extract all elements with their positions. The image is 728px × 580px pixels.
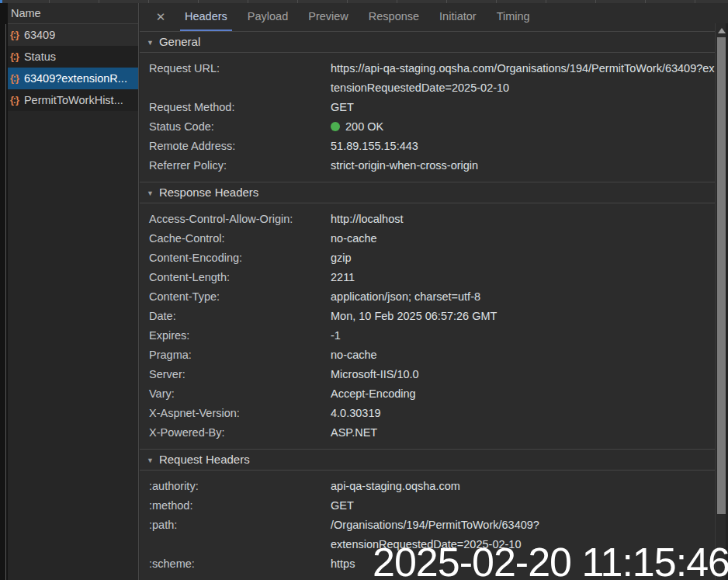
header-value: Microsoft-IIS/10.0 — [331, 365, 716, 384]
header-row: Access-Control-Allow-Origin:http://local… — [140, 210, 716, 229]
devtools-network-panel: Name {:}63409{:}Status{:}63409?extension… — [0, 0, 728, 580]
json-braces-icon: {:} — [10, 73, 19, 84]
value-text: 4.0.30319 — [331, 407, 381, 419]
header-row: Remote Address:51.89.155.15:443 — [140, 137, 716, 156]
header-key: Server: — [149, 365, 331, 384]
header-row: Pragma:no-cache — [140, 346, 716, 365]
value-text: GET — [331, 499, 354, 512]
header-key: Remote Address: — [149, 137, 331, 156]
header-key: Content-Encoding: — [149, 248, 331, 268]
header-key: Request URL: — [149, 59, 331, 98]
section-header-response-headers[interactable]: ▼Response Headers — [140, 182, 716, 203]
value-text: strict-origin-when-cross-origin — [331, 159, 478, 172]
header-value: GET — [331, 98, 716, 117]
value-text: Mon, 10 Feb 2025 06:57:26 GMT — [331, 310, 497, 322]
header-row: Content-Type:application/json; charset=u… — [140, 287, 716, 307]
header-key: Vary: — [149, 384, 331, 404]
section-title: General — [159, 35, 200, 48]
tab-list: HeadersPayloadPreviewResponseInitiatorTi… — [169, 3, 535, 31]
section-header-request-headers[interactable]: ▼Request Headers — [140, 449, 716, 471]
tab-timing[interactable]: Timing — [492, 3, 535, 31]
tab-preview[interactable]: Preview — [303, 3, 353, 31]
request-list: {:}63409{:}Status{:}63409?extensionR...{… — [8, 24, 138, 111]
header-row: :method:GET — [140, 496, 716, 516]
header-key: Cache-Control: — [149, 229, 331, 248]
value-text: https://api-qa-staging.oqsha.com/Organis… — [331, 62, 715, 94]
request-list-item[interactable]: {:}63409 — [8, 24, 138, 46]
header-row: Referrer Policy:strict-origin-when-cross… — [140, 156, 716, 175]
header-key: Referrer Policy: — [149, 156, 331, 175]
request-list-item[interactable]: {:}Status — [8, 46, 138, 68]
value-text: gzip — [331, 252, 352, 264]
header-value: no-cache — [331, 229, 716, 248]
header-row: Content-Length:2211 — [140, 268, 716, 287]
value-text: no-cache — [331, 349, 377, 361]
scrollbar-thumb[interactable] — [717, 37, 726, 514]
header-key: Status Code: — [149, 117, 331, 137]
tab-response[interactable]: Response — [364, 3, 424, 31]
json-braces-icon: {:} — [10, 51, 19, 62]
header-key: Expires: — [149, 326, 331, 346]
header-row: X-Powered-By:ASP.NET — [140, 423, 716, 443]
value-text: 2211 — [331, 271, 355, 283]
tab-payload[interactable]: Payload — [243, 3, 293, 31]
header-value: gzip — [331, 248, 716, 268]
header-key: Pragma: — [149, 346, 331, 365]
header-key: Request Method: — [149, 98, 331, 117]
value-text: no-cache — [331, 232, 377, 245]
header-key: X-Powered-By: — [149, 423, 331, 443]
header-value: no-cache — [331, 346, 716, 365]
header-value: 2211 — [331, 268, 716, 287]
header-row: :authority:api-qa-staging.oqsha.com — [140, 477, 716, 496]
header-value: http://localhost — [331, 210, 716, 229]
header-key: :path: — [149, 516, 331, 554]
header-row: Expires:-1 — [140, 326, 716, 346]
value-text: ASP.NET — [331, 426, 377, 439]
value-segment: /Organisations/194/PermitToWork/63409? — [331, 516, 539, 535]
header-value: https://api-qa-staging.oqsha.com/Organis… — [331, 59, 716, 98]
close-icon[interactable]: ✕ — [152, 3, 169, 31]
tab-initiator[interactable]: Initiator — [435, 3, 481, 31]
scroll-up-arrow-icon[interactable] — [718, 28, 726, 33]
header-key: Content-Length: — [149, 268, 331, 287]
value-text: Accept-Encoding — [331, 387, 416, 400]
value-text: 200 OK — [345, 120, 383, 133]
value-text: application/json; charset=utf-8 — [331, 290, 480, 303]
request-list-item[interactable]: {:}63409?extensionR... — [8, 68, 138, 89]
request-name-label: 63409?extensionR... — [24, 72, 127, 85]
request-name-label: 63409 — [24, 29, 55, 41]
tab-headers[interactable]: Headers — [180, 3, 232, 31]
json-braces-icon: {:} — [10, 30, 19, 40]
collapse-triangle-icon: ▼ — [147, 33, 154, 53]
section-rows: Access-Control-Allow-Origin:http://local… — [140, 203, 716, 449]
section-title: Request Headers — [159, 453, 250, 466]
value-text: https — [331, 557, 355, 570]
header-key: :scheme: — [149, 554, 331, 574]
json-braces-icon: {:} — [10, 95, 19, 106]
header-row: Cache-Control:no-cache — [140, 229, 716, 248]
value-text: api-qa-staging.oqsha.com — [331, 480, 460, 492]
value-text: -1 — [331, 329, 341, 342]
value-text: Microsoft-IIS/10.0 — [331, 368, 419, 380]
request-name-label: Status — [24, 50, 56, 63]
request-list-pane: Name {:}63409{:}Status{:}63409?extension… — [0, 3, 139, 580]
vertical-scrollbar[interactable] — [715, 23, 728, 580]
header-value: api-qa-staging.oqsha.com — [331, 477, 716, 496]
request-list-item[interactable]: {:}PermitToWorkHist... — [8, 89, 138, 111]
header-row: Vary:Accept-Encoding — [140, 384, 716, 404]
request-detail-pane: ✕ HeadersPayloadPreviewResponseInitiator… — [140, 3, 728, 580]
header-value: ASP.NET — [331, 423, 716, 443]
header-value: Mon, 10 Feb 2025 06:57:26 GMT — [331, 307, 716, 326]
section-title: Response Headers — [159, 186, 258, 199]
request-list-gutter-divider — [5, 24, 6, 580]
headers-scroll-area: ▼GeneralRequest URL:https://api-qa-stagi… — [140, 31, 716, 580]
value-text: GET — [331, 101, 354, 113]
status-ok-dot — [331, 122, 340, 131]
header-row: Date:Mon, 10 Feb 2025 06:57:26 GMT — [140, 307, 716, 326]
section-header-general[interactable]: ▼General — [140, 31, 716, 53]
value-text: http://localhost — [331, 213, 404, 225]
header-value: application/json; charset=utf-8 — [331, 287, 716, 307]
header-value: -1 — [331, 326, 716, 346]
name-column-header[interactable]: Name — [8, 3, 138, 24]
detail-tab-bar: ✕ HeadersPayloadPreviewResponseInitiator… — [140, 3, 728, 31]
